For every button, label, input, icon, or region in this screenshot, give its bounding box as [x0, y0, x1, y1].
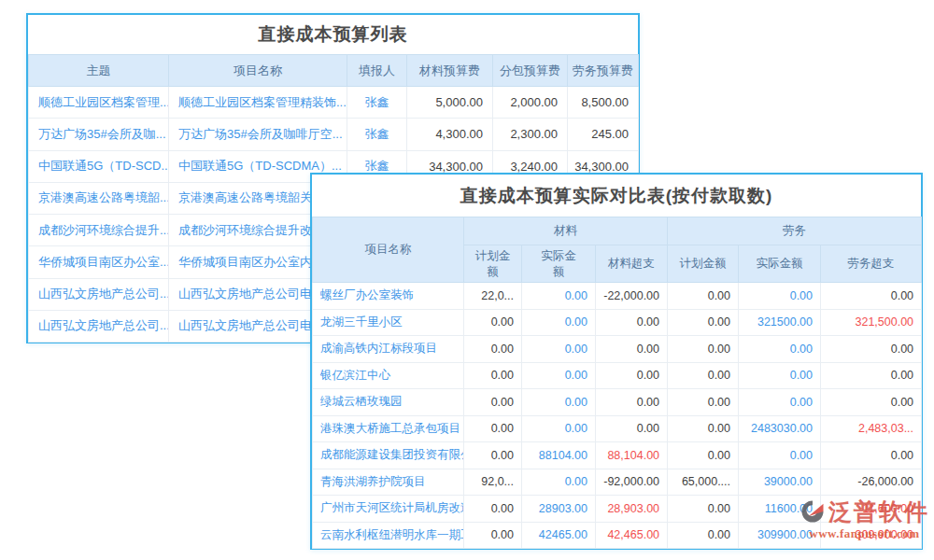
col-header-material-budget: 材料预算费 [407, 55, 493, 87]
labor-plan-cell: 0.00 [668, 415, 739, 442]
table-row: 成都能源建设集团投资有限公 0.00 88104.00 88,104.00 0.… [313, 442, 922, 469]
project-link[interactable]: 绿城云栖玫瑰园 [313, 389, 464, 416]
project-link[interactable]: 成渝高铁内江标段项目 [313, 336, 464, 363]
material-actual-link[interactable]: 0.00 [522, 415, 596, 442]
subject-link[interactable]: 顺德工业园区档案管理... [29, 87, 169, 119]
group-header-labor: 劳务 [668, 217, 922, 245]
labor-actual-link[interactable]: 0.00 [739, 362, 821, 389]
material-actual-link[interactable]: 0.00 [522, 309, 596, 336]
material-actual-link[interactable]: 0.00 [522, 469, 596, 496]
table-row: 顺德工业园区档案管理... 顺德工业园区档案管理精装饰... 张鑫 5,000.… [29, 87, 639, 119]
labor-actual-link[interactable]: 0.00 [739, 442, 821, 469]
subject-link[interactable]: 京港澳高速公路粤境韶... [29, 182, 169, 214]
project-link[interactable]: 顺德工业园区档案管理精装饰... [169, 87, 347, 119]
material-plan-cell: 0.00 [464, 362, 522, 389]
material-plan-cell: 0.00 [464, 442, 522, 469]
material-overrun-cell: 0.00 [596, 309, 668, 336]
table-row: 绿城云栖玫瑰园 0.00 0.00 0.00 0.00 0.00 0.00 [313, 389, 922, 416]
labor-budget-cell: 245.00 [568, 119, 639, 150]
labor-overrun-cell: 0.00 [821, 389, 922, 416]
subject-link[interactable]: 山西弘文房地产总公司... [29, 310, 169, 342]
col-header-labor-plan: 计划金额 [668, 245, 739, 283]
project-link[interactable]: 青海洪湖养护院项目 [313, 469, 464, 496]
table-row: 港珠澳大桥施工总承包项目 0.00 0.00 0.00 0.00 2483030… [313, 415, 922, 442]
subject-link[interactable]: 华侨城项目南区办公室... [29, 246, 169, 278]
material-plan-cell: 0.00 [464, 309, 522, 336]
material-plan-cell: 92,0... [464, 469, 522, 496]
table-row: 万达广场35#会所及咖... 万达广场35#会所及咖啡厅空... 张鑫 4,30… [29, 119, 639, 150]
labor-plan-cell: 0.00 [668, 362, 739, 389]
col-header-subcontract-budget: 分包预算费 [493, 55, 568, 87]
material-overrun-cell: 42,465.00 [596, 522, 668, 549]
project-link[interactable]: 银亿滨江中心 [313, 362, 464, 389]
reporter-cell: 张鑫 [347, 87, 407, 119]
material-overrun-cell: 0.00 [596, 362, 668, 389]
col-header-material-overrun: 材料超支 [596, 245, 668, 283]
material-overrun-cell: 28,903.00 [596, 496, 668, 523]
labor-plan-cell: 0.00 [668, 309, 739, 336]
budget-list-title: 直接成本预算列表 [28, 15, 638, 54]
material-actual-link[interactable]: 42465.00 [522, 522, 596, 549]
project-link[interactable]: 螺丝厂办公室装饰 [313, 283, 464, 310]
group-header-material: 材料 [464, 217, 668, 245]
material-actual-link[interactable]: 0.00 [522, 389, 596, 416]
material-plan-cell: 22,0... [464, 283, 522, 310]
table-row: 龙湖三千里小区 0.00 0.00 0.00 0.00 321500.00 32… [313, 309, 922, 336]
material-plan-cell: 0.00 [464, 496, 522, 523]
table-row: 广州市天河区统计局机房改造 0.00 28903.00 28,903.00 0.… [313, 496, 922, 523]
labor-overrun-cell: 0.00 [821, 336, 922, 363]
labor-plan-cell: 0.00 [668, 389, 739, 416]
subcontract-budget-cell: 2,300.00 [493, 119, 568, 150]
material-actual-link[interactable]: 28903.00 [522, 496, 596, 523]
comparison-group-header-row: 项目名称 材料 劳务 [313, 217, 922, 245]
labor-plan-cell: 0.00 [668, 496, 739, 523]
project-link[interactable]: 万达广场35#会所及咖啡厅空... [169, 119, 347, 150]
labor-actual-link[interactable]: 0.00 [739, 336, 821, 363]
labor-actual-link[interactable]: 39000.00 [739, 469, 821, 496]
col-header-project-name: 项目名称 [313, 217, 464, 283]
subject-link[interactable]: 万达广场35#会所及咖... [29, 119, 169, 150]
subject-link[interactable]: 中国联通5G（TD-SCD... [29, 150, 169, 182]
labor-actual-link[interactable]: 309900.00 [739, 522, 821, 549]
labor-actual-link[interactable]: 11600.00 [739, 496, 821, 523]
col-header-labor-budget: 劳务预算费 [568, 55, 639, 87]
labor-overrun-cell: 309,900.00 [821, 522, 922, 549]
table-row: 银亿滨江中心 0.00 0.00 0.00 0.00 0.00 0.00 [313, 362, 922, 389]
labor-plan-cell: 0.00 [668, 283, 739, 310]
table-row: 青海洪湖养护院项目 92,0... 0.00 -92,000.00 65,000… [313, 469, 922, 496]
col-header-labor-actual: 实际金额 [739, 245, 821, 283]
labor-plan-cell: 0.00 [668, 442, 739, 469]
subject-link[interactable]: 山西弘文房地产总公司... [29, 278, 169, 310]
subcontract-budget-cell: 2,000.00 [493, 87, 568, 119]
labor-overrun-cell: 0.00 [821, 442, 922, 469]
labor-plan-cell: 0.00 [668, 336, 739, 363]
material-overrun-cell: 88,104.00 [596, 442, 668, 469]
labor-actual-link[interactable]: 321500.00 [739, 309, 821, 336]
project-link[interactable]: 广州市天河区统计局机房改造 [313, 496, 464, 523]
table-row: 螺丝厂办公室装饰 22,0... 0.00 -22,000.00 0.00 0.… [313, 283, 922, 310]
col-header-reporter: 填报人 [347, 55, 407, 87]
material-actual-link[interactable]: 0.00 [522, 283, 596, 310]
material-overrun-cell: -22,000.00 [596, 283, 668, 310]
budget-list-header-row: 主题 项目名称 填报人 材料预算费 分包预算费 劳务预算费 [29, 55, 639, 87]
labor-budget-cell: 8,500.00 [568, 87, 639, 119]
project-link[interactable]: 云南水利枢纽潜明水库一期工 [313, 522, 464, 549]
labor-actual-link[interactable]: 0.00 [739, 283, 821, 310]
labor-overrun-cell: 2,483,03... [821, 415, 922, 442]
project-link[interactable]: 成都能源建设集团投资有限公 [313, 442, 464, 469]
material-actual-link[interactable]: 0.00 [522, 336, 596, 363]
material-budget-cell: 5,000.00 [407, 87, 493, 119]
material-budget-cell: 4,300.00 [407, 119, 493, 150]
table-row: 云南水利枢纽潜明水库一期工 0.00 42465.00 42,465.00 0.… [313, 522, 922, 549]
col-header-material-plan: 计划金额 [464, 245, 522, 283]
material-actual-link[interactable]: 88104.00 [522, 442, 596, 469]
labor-actual-link[interactable]: 0.00 [739, 389, 821, 416]
subject-link[interactable]: 成都沙河环境综合提升... [29, 215, 169, 246]
material-actual-link[interactable]: 0.00 [522, 362, 596, 389]
table-row: 成渝高铁内江标段项目 0.00 0.00 0.00 0.00 0.00 0.00 [313, 336, 922, 363]
project-link[interactable]: 龙湖三千里小区 [313, 309, 464, 336]
labor-actual-link[interactable]: 2483030.00 [739, 415, 821, 442]
comparison-table: 项目名称 材料 劳务 计划金额 实际金额 材料超支 计划金额 实际金额 劳务超支… [312, 217, 922, 549]
project-link[interactable]: 港珠澳大桥施工总承包项目 [313, 415, 464, 442]
material-plan-cell: 0.00 [464, 336, 522, 363]
